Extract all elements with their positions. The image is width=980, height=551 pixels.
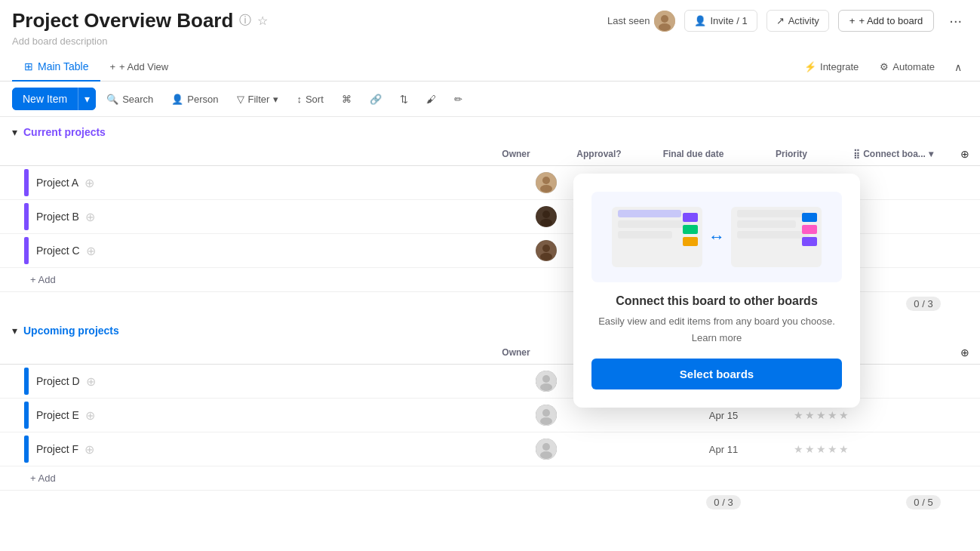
row-priority-cell[interactable]: ★★★★★ (776, 437, 867, 461)
row-connect-cell[interactable] (867, 375, 980, 387)
svg-point-20 (540, 451, 552, 459)
svg-point-17 (540, 417, 552, 425)
row-item-name[interactable]: Project C ⊕ (29, 238, 505, 264)
group-toggle-upcoming[interactable]: ▾ (12, 325, 17, 337)
svg-point-1 (661, 15, 668, 23)
plus-icon: + (849, 15, 856, 26)
svg-point-13 (542, 375, 550, 383)
group-toggle-current[interactable]: ▾ (12, 126, 17, 138)
last-seen-label: Last seen (607, 15, 650, 26)
invite-button[interactable]: 👤 Invite / 1 (684, 10, 757, 32)
toolbar: New Item ▾ 🔍 Search 👤 Person ▽ Filter ▾ … (0, 82, 980, 117)
connect-board-grid-icon: ⣿ (853, 149, 860, 159)
svg-point-5 (540, 185, 552, 192)
collapse-button[interactable]: ∧ (948, 58, 968, 76)
info-icon[interactable]: ⓘ (239, 13, 251, 29)
extra-btn-5[interactable]: ✏ (447, 89, 470, 109)
avatar (536, 206, 557, 227)
row-owner-cell[interactable] (505, 432, 588, 466)
upcoming-projects-footer: 0 / 3 0 / 5 (0, 490, 980, 514)
row-add-icon[interactable]: ⊕ (86, 244, 96, 258)
row-item-name[interactable]: Project F ⊕ (29, 436, 505, 463)
row-add-icon[interactable]: ⊕ (84, 442, 94, 457)
extra-btn-3[interactable]: ⇅ (392, 89, 416, 109)
avatar (536, 240, 557, 261)
extra-btn-4[interactable]: 🖌 (419, 89, 444, 109)
avatar (654, 11, 675, 32)
sort-button[interactable]: ↕ Sort (289, 89, 330, 109)
svg-point-11 (540, 253, 552, 260)
tabs-bar: ⊞ Main Table + + Add View ⚡ Integrate ⚙ … (0, 53, 980, 82)
upcoming-col-owner: Owner (475, 341, 558, 364)
automate-button[interactable]: ⚙ Automate (872, 57, 942, 77)
svg-point-16 (542, 409, 550, 417)
board-description[interactable]: Add board description (0, 32, 980, 53)
board-mini-left (612, 207, 702, 267)
page-title: Project Overview Board (12, 9, 233, 32)
select-boards-button[interactable]: Select boards (591, 359, 842, 389)
add-to-board-button[interactable]: + + Add to board (838, 10, 935, 32)
header-actions: Last seen 👤 Invite / 1 ↗ Activity + + Ad… (607, 9, 968, 32)
person-filter-button[interactable]: 👤 Person (164, 89, 226, 109)
filter-icon: ▽ (237, 94, 244, 105)
svg-point-8 (540, 219, 552, 226)
svg-point-4 (542, 177, 550, 184)
lasso-icon: ⌘ (342, 94, 352, 105)
row-add-icon[interactable]: ⊕ (84, 176, 94, 190)
col-priority: Priority (746, 143, 837, 165)
new-item-dropdown[interactable]: ▾ (78, 88, 96, 110)
row-connect-cell[interactable] (867, 443, 980, 455)
svg-point-7 (542, 211, 550, 218)
popup-title: Connect this board to other boards (591, 294, 842, 308)
col-item-name (17, 148, 475, 160)
avatar (536, 439, 557, 460)
row-connect-cell[interactable] (867, 245, 980, 257)
integrate-button[interactable]: ⚡ Integrate (797, 57, 866, 77)
new-item-button[interactable]: New Item ▾ (12, 88, 96, 110)
table-icon: ⊞ (24, 60, 33, 72)
current-projects-col-headers: Owner Approval? Final due date Priority … (0, 143, 980, 166)
row-connect-cell[interactable] (867, 177, 980, 189)
row-approval-cell[interactable] (588, 409, 671, 421)
row-item-name[interactable]: Project B ⊕ (29, 204, 505, 230)
extra-btn-1[interactable]: ⌘ (334, 89, 359, 109)
popup-learn-more[interactable]: Learn more (591, 332, 842, 343)
connect-board-chevron[interactable]: ▾ (929, 149, 933, 159)
activity-button[interactable]: ↗ Activity (766, 10, 829, 32)
add-view-tab[interactable]: + + Add View (100, 54, 177, 80)
avatar (536, 172, 557, 193)
row-add-icon[interactable]: ⊕ (86, 374, 96, 389)
col-add-column[interactable]: ⊕ (950, 148, 980, 160)
svg-point-14 (540, 383, 552, 391)
row-connect-cell[interactable] (867, 409, 980, 421)
extra-btn-2[interactable]: 🔗 (362, 89, 389, 109)
header: Project Overview Board ⓘ ☆ Last seen 👤 I… (0, 0, 980, 32)
upcoming-projects-add-row[interactable]: + Add (0, 466, 980, 490)
upcoming-col-add[interactable]: ⊕ (950, 346, 980, 359)
search-button[interactable]: 🔍 Search (99, 89, 161, 109)
row-item-name[interactable]: Project D ⊕ (29, 368, 505, 395)
row-connect-cell[interactable] (867, 211, 980, 223)
row-due-cell[interactable]: Apr 11 (671, 438, 776, 461)
tab-main-table[interactable]: ⊞ Main Table (12, 53, 100, 82)
row-add-icon[interactable]: ⊕ (85, 210, 95, 224)
col-connect-board: ⣿ Connect boa... ▾ (837, 143, 950, 165)
table-row: Project F ⊕ Apr 11 ★★★★★ (0, 432, 980, 466)
upcoming-count: 0 / 3 (706, 495, 740, 509)
svg-point-19 (542, 443, 550, 451)
star-icon[interactable]: ☆ (257, 14, 268, 28)
col-approval: Approval? (558, 143, 641, 165)
more-options-button[interactable]: ··· (943, 9, 968, 32)
sort-icon: ↕ (296, 94, 302, 105)
avatar (536, 371, 557, 392)
connect-board-popup: ↔ Connect this board to other boards Eas… (573, 174, 860, 408)
row-approval-cell[interactable] (588, 443, 671, 455)
filter-button[interactable]: ▽ Filter ▾ (229, 89, 287, 109)
row-item-name[interactable]: Project E ⊕ (29, 402, 505, 429)
row-add-icon[interactable]: ⊕ (85, 408, 95, 423)
svg-point-2 (659, 23, 671, 31)
upcoming-col-item-name (17, 346, 475, 359)
new-item-main[interactable]: New Item (12, 88, 78, 110)
row-item-name[interactable]: Project A ⊕ (29, 170, 505, 196)
current-projects-header: ▾ Current projects (0, 117, 980, 143)
